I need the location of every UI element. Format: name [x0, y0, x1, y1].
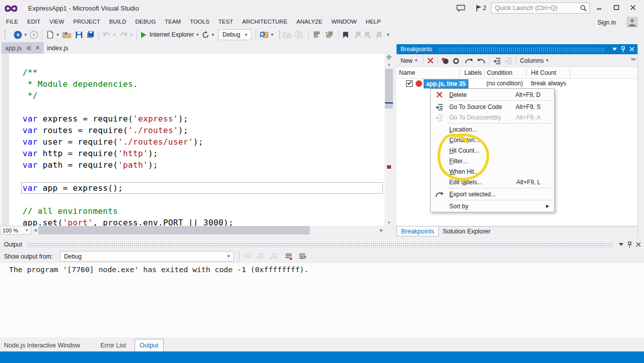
redo-dropdown-icon[interactable]: ▼ — [130, 33, 134, 37]
window-position-icon[interactable] — [610, 48, 619, 51]
context-menu-item-location[interactable]: Location... — [431, 124, 554, 135]
code-line[interactable] — [0, 171, 384, 182]
close-panel-icon[interactable] — [634, 242, 642, 247]
close-panel-icon[interactable] — [627, 47, 636, 52]
maximize-button[interactable] — [609, 1, 623, 14]
delete-breakpoint-icon[interactable] — [427, 57, 434, 64]
context-menu-item-edit-labels[interactable]: Edit labels...Alt+F9, L — [431, 177, 554, 187]
code-line[interactable]: var express = require('express'); — [0, 113, 384, 125]
import-breakpoints-icon[interactable] — [477, 57, 485, 64]
bottom-tab-output[interactable]: Output — [135, 339, 164, 351]
column-header-name[interactable]: Name — [399, 69, 415, 76]
menu-project[interactable]: PROJECT — [69, 17, 105, 26]
restart-dropdown-icon[interactable]: ▼ — [211, 33, 215, 37]
bookmark-icon[interactable] — [342, 31, 349, 39]
menu-analyze[interactable]: ANALYZE — [292, 17, 327, 26]
scroll-right-icon[interactable]: ▶ — [378, 226, 384, 234]
user-avatar[interactable] — [627, 17, 637, 27]
menu-help[interactable]: HELP — [361, 17, 385, 26]
column-header-condition[interactable]: Condition — [487, 69, 512, 76]
new-breakpoint-dropdown-icon[interactable]: ▼ — [414, 58, 418, 63]
context-menu-item-when-hit[interactable]: When Hit... — [431, 166, 554, 177]
save-icon[interactable] — [75, 31, 83, 39]
find-in-files-icon[interactable] — [260, 31, 269, 39]
next-bookmark-icon[interactable] — [364, 31, 372, 39]
navigate-forward-icon[interactable] — [30, 31, 38, 39]
code-line[interactable]: */ — [0, 90, 384, 101]
menu-test[interactable]: TEST — [214, 17, 237, 26]
menu-file[interactable]: FILE — [2, 17, 23, 26]
code-line[interactable]: var app = express(); — [0, 182, 384, 194]
disable-all-breakpoints-icon[interactable] — [452, 57, 460, 64]
panel-tab-solution-explorer[interactable]: Solution Explorer — [439, 226, 494, 236]
solution-configuration-combo[interactable]: Debug ▼ — [218, 29, 251, 40]
export-breakpoints-icon[interactable] — [465, 57, 473, 64]
code-line[interactable] — [0, 101, 384, 113]
navigate-back-icon[interactable] — [14, 31, 22, 39]
context-menu-item-sort-by[interactable]: Sort by▶ — [431, 201, 554, 211]
output-source-combo[interactable]: Debug ▼ — [60, 251, 234, 262]
editor-vertical-scrollbar[interactable]: ▲ ▼ — [385, 54, 393, 226]
context-menu-item-export-selected[interactable]: Export selected... — [431, 189, 554, 199]
code-line[interactable]: var path = require('path'); — [0, 159, 384, 171]
context-menu-item-go-to-source-code[interactable]: Go To Source CodeAlt+F9, S — [431, 101, 554, 112]
code-line[interactable]: var http = require('http'); — [0, 148, 384, 159]
scroll-left-icon[interactable]: ◀ — [32, 226, 38, 234]
code-line[interactable]: /** — [0, 67, 384, 78]
editor-horizontal-scrollbar[interactable]: ◀ ▶ — [32, 226, 384, 234]
menu-tools[interactable]: TOOLS — [185, 17, 214, 26]
new-file-icon[interactable] — [46, 31, 54, 39]
clear-all-output-icon[interactable] — [285, 253, 293, 260]
clear-bookmarks-icon[interactable] — [375, 31, 383, 39]
column-divider[interactable] — [484, 69, 485, 78]
bottom-tab-error-list[interactable]: Error List — [96, 339, 131, 351]
code-line[interactable]: * Module dependencies. — [0, 78, 384, 90]
breakpoint-checkbox[interactable] — [406, 80, 413, 87]
bottom-tab-node-js-interactive-window[interactable]: Node.js Interactive Window — [0, 339, 84, 351]
open-file-icon[interactable] — [62, 31, 71, 39]
context-menu-item-hit-count[interactable]: Hit Count... — [431, 145, 554, 156]
zoom-combo[interactable]: 100 % ▼ — [0, 226, 31, 234]
editor-splitter-handle[interactable] — [385, 54, 393, 61]
browser-dropdown-icon[interactable]: ▼ — [195, 33, 199, 37]
code-line[interactable] — [0, 194, 384, 205]
pin-icon[interactable] — [625, 241, 634, 248]
column-divider[interactable] — [459, 69, 460, 78]
copy-items-icon[interactable] — [295, 31, 303, 39]
new-breakpoint-button[interactable]: New — [401, 57, 413, 64]
delete-all-breakpoints-icon[interactable] — [441, 57, 449, 64]
context-menu-item-filter[interactable]: Filter... — [431, 156, 554, 166]
browser-target-label[interactable]: Internet Explorer — [150, 31, 194, 38]
pin-tab-icon[interactable] — [26, 46, 32, 51]
go-to-source-code-icon[interactable] — [493, 57, 501, 64]
menu-team[interactable]: TEAM — [160, 17, 185, 26]
breakpoint-row[interactable]: ···· app.js, line 35 (no condition) brea… — [397, 79, 637, 89]
close-button[interactable] — [626, 1, 640, 14]
output-content[interactable]: The program '[7760] node.exe' has exited… — [0, 263, 644, 337]
menu-window[interactable]: WINDOW — [327, 17, 361, 26]
uncomment-lines-icon[interactable] — [325, 31, 333, 38]
back-dropdown-icon[interactable]: ▼ — [24, 33, 28, 37]
quick-launch-box[interactable]: Quick Launch (Ctrl+Q) — [491, 3, 590, 14]
document-tab-index.js[interactable]: index.js — [44, 42, 72, 54]
menu-debug[interactable]: DEBUG — [131, 17, 160, 26]
redo-icon[interactable] — [119, 31, 128, 39]
menu-architecture[interactable]: ARCHITECTURE — [237, 17, 292, 26]
sign-in-link[interactable]: Sign in — [597, 19, 616, 26]
find-dropdown-icon[interactable]: ▼ — [270, 33, 274, 37]
menu-edit[interactable]: EDIT — [23, 17, 45, 26]
undo-icon[interactable] — [102, 31, 111, 39]
menu-view[interactable]: VIEW — [45, 17, 69, 26]
column-header-hit-count[interactable]: Hit Count — [531, 69, 556, 76]
document-tab-app.js[interactable]: app.js✕ — [2, 42, 44, 54]
panel-tab-breakpoints[interactable]: Breakpoints — [397, 226, 439, 236]
context-menu-item-delete[interactable]: DeleteAlt+F9, D — [431, 89, 554, 100]
code-line[interactable]: // all environments — [0, 205, 384, 217]
code-line[interactable] — [0, 55, 384, 67]
breakpoints-title-bar[interactable]: Breakpoints — [397, 44, 637, 54]
minimize-button[interactable] — [592, 1, 606, 14]
restart-icon[interactable] — [202, 31, 209, 39]
code-line[interactable]: var user = require('./routes/user'); — [0, 136, 384, 148]
breakpoint-name[interactable]: app.js, line 35 — [424, 79, 468, 88]
column-header-labels[interactable]: Labels — [464, 69, 482, 76]
